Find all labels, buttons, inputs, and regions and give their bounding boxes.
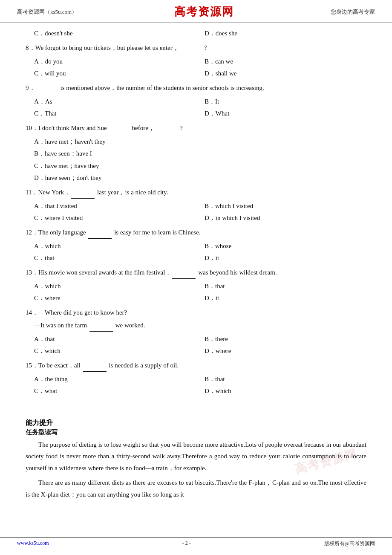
blank-14 bbox=[89, 320, 113, 332]
option-11-b: B．which I visited bbox=[196, 200, 366, 212]
option-10-d: D．have seen；don't they bbox=[26, 172, 366, 184]
option-15-d: D．which bbox=[196, 385, 366, 397]
question-15-stem: 15．To be exact，all is needed is a supply… bbox=[26, 360, 366, 372]
question-9-stem: 9． is mentioned above，the number of the … bbox=[26, 82, 366, 94]
option-9-c: C．That bbox=[26, 107, 196, 120]
blank-8 bbox=[180, 42, 203, 54]
footer-center: - 2 - bbox=[182, 540, 191, 547]
main-content: C．doesn't she D．does she 8．We forgot to … bbox=[0, 23, 392, 537]
option-13-d: D．it bbox=[196, 292, 366, 304]
blank-10b bbox=[156, 122, 179, 134]
question-13-stem: 13．His movie won several awards at the f… bbox=[26, 267, 366, 279]
section-subheading-task: 任务型读写 bbox=[26, 428, 366, 436]
option-10-c: C．have met；have they bbox=[26, 160, 366, 172]
option-13-a: A．which bbox=[26, 280, 196, 292]
option-8-d: D．shall we bbox=[196, 67, 366, 80]
header-center: 高考资源网 bbox=[174, 4, 234, 19]
option-14-b: B．there bbox=[196, 333, 366, 345]
option-11-c: C．where I visited bbox=[26, 212, 196, 224]
option-9-b: B．It bbox=[196, 95, 366, 108]
question-14-stem-1: 14．—Where did you get to know her? bbox=[26, 307, 366, 318]
option-13-b: B．that bbox=[196, 280, 366, 292]
page-footer: www.ks5u.com - 2 - 版权所有@高考资源网 bbox=[0, 537, 392, 547]
option-13-c: C．where bbox=[26, 292, 196, 304]
option-c-doesnt-she: C．doesn't she bbox=[26, 27, 196, 40]
question-12-stem: 12．The only language is easy for me to l… bbox=[26, 227, 366, 239]
section-heading-ability: 能力提升 bbox=[26, 419, 366, 428]
blank-9 bbox=[36, 82, 60, 94]
header-right: 您身边的高考专家 bbox=[331, 8, 375, 16]
question-8: 8．We forgot to bring our tickets，but ple… bbox=[26, 42, 366, 80]
footer-left: www.ks5u.com bbox=[17, 540, 49, 547]
question-13: 13．His movie won several awards at the f… bbox=[26, 267, 366, 304]
paragraph-2: There are as many different diets as the… bbox=[26, 477, 366, 501]
question-12: 12．The only language is easy for me to l… bbox=[26, 227, 366, 264]
option-14-d: D．where bbox=[196, 345, 366, 357]
question-14-stem-2: —It was on the farm we worked. bbox=[26, 320, 366, 332]
question-11: 11．New York， last year，is a nice old cit… bbox=[26, 187, 366, 224]
blank-15 bbox=[83, 360, 107, 372]
option-11-a: A．that I visited bbox=[26, 200, 196, 212]
option-8-b: B．can we bbox=[196, 55, 366, 68]
footer-right: 版权所有@高考资源网 bbox=[324, 540, 375, 547]
option-15-b: B．that bbox=[196, 373, 366, 385]
question-9: 9． is mentioned above，the number of the … bbox=[26, 82, 366, 120]
option-9-a: A．As bbox=[26, 95, 196, 108]
option-11-d: D．in which I visited bbox=[196, 212, 366, 224]
question-8-stem: 8．We forgot to bring our tickets，but ple… bbox=[26, 42, 366, 54]
question-14: 14．—Where did you get to know her? —It w… bbox=[26, 307, 366, 357]
option-14-c: C．which bbox=[26, 345, 196, 357]
option-12-b: B．whose bbox=[196, 240, 366, 252]
question-cd-row: C．doesn't she D．does she bbox=[26, 27, 366, 40]
option-8-a: A．do you bbox=[26, 55, 196, 68]
option-15-c: C．what bbox=[26, 385, 196, 397]
header-left: 高考资源网（ks5u.com） bbox=[17, 8, 77, 16]
option-8-c: C．will you bbox=[26, 67, 196, 80]
option-12-a: A．which bbox=[26, 240, 196, 252]
option-12-c: C．that bbox=[26, 252, 196, 264]
question-15: 15．To be exact，all is needed is a supply… bbox=[26, 360, 366, 397]
option-10-b: B．have seen；have I bbox=[26, 147, 366, 160]
blank-11 bbox=[71, 187, 95, 199]
blank-13 bbox=[172, 267, 196, 279]
option-9-d: D．What bbox=[196, 107, 366, 120]
paragraph-1: The purpose of dieting is to lose weight… bbox=[26, 439, 366, 474]
option-12-d: D．it bbox=[196, 252, 366, 264]
blank-10a bbox=[108, 122, 131, 134]
blank-12 bbox=[88, 227, 112, 239]
option-10-a: A．have met；haven't they bbox=[26, 136, 366, 148]
page-header: 高考资源网（ks5u.com） 高考资源网 您身边的高考专家 bbox=[0, 0, 392, 23]
question-10-stem: 10．I don't think Mary and Sue before， ? bbox=[26, 122, 366, 134]
option-15-a: A．the thing bbox=[26, 373, 196, 385]
option-14-a: A．that bbox=[26, 333, 196, 345]
question-11-stem: 11．New York， last year，is a nice old cit… bbox=[26, 187, 366, 199]
option-d-does-she: D．does she bbox=[196, 27, 366, 40]
question-10: 10．I don't think Mary and Sue before， ? … bbox=[26, 122, 366, 184]
